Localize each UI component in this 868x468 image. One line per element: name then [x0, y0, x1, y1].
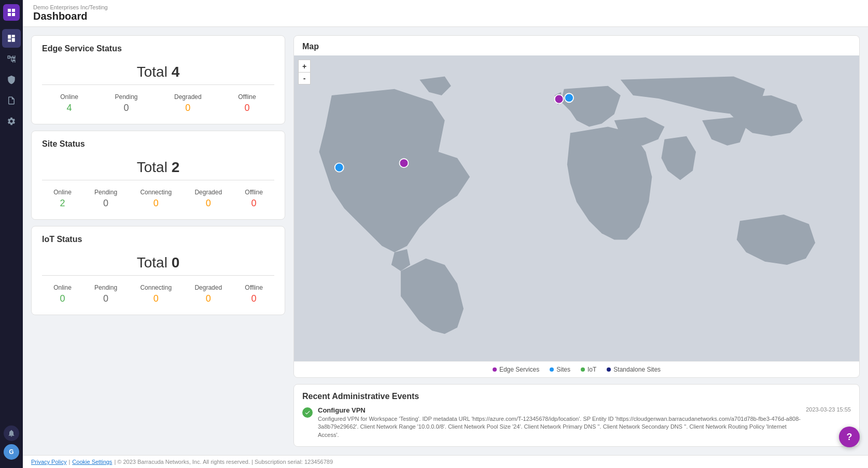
map-card: Map + - [293, 35, 860, 378]
site-status-title: Site Status [42, 139, 274, 149]
events-card: Recent Administrative Events Configure V… [293, 384, 860, 447]
site-connecting: Connecting 0 [140, 189, 172, 209]
map-title: Map [294, 36, 859, 55]
event-success-icon [302, 407, 313, 418]
edge-service-status-row: Online 4 Pending 0 Degraded 0 Offline 0 [42, 93, 274, 114]
edge-service-total: Total 4 [42, 58, 274, 85]
legend-label-edge: Edge Services [499, 366, 539, 373]
app-logo[interactable] [3, 4, 20, 21]
header: Demo Enterprises Inc/Testing Dashboard [23, 0, 868, 27]
map-container: + - [294, 55, 859, 361]
legend-sites: Sites [550, 366, 570, 373]
event-content: Configure VPN Configured VPN for Workspa… [318, 406, 801, 439]
world-map-svg [294, 55, 859, 361]
site-offline: Offline 0 [245, 189, 262, 209]
main-content: Demo Enterprises Inc/Testing Dashboard E… [23, 0, 868, 468]
svg-point-1 [399, 159, 408, 167]
sidebar-item-settings[interactable] [2, 112, 21, 131]
event-item: Configure VPN Configured VPN for Workspa… [302, 406, 851, 439]
content-area: Edge Service Status Total 4 Online 4 Pen… [23, 27, 868, 455]
legend-dot-standalone [607, 367, 611, 372]
legend-label-sites: Sites [556, 366, 570, 373]
map-zoom-in[interactable]: + [298, 60, 311, 72]
edge-offline: Offline 0 [238, 93, 256, 114]
footer: Privacy Policy | Cookie Settings | © 202… [23, 455, 868, 468]
event-description: Configured VPN for Workspace 'Testing'. … [318, 415, 801, 439]
help-button[interactable]: ? [839, 427, 860, 447]
edge-service-title: Edge Service Status [42, 44, 274, 53]
sidebar: G [0, 0, 23, 468]
legend-dot-edge [493, 367, 497, 372]
site-total-label: Total 2 [137, 159, 180, 175]
iot-total-label: Total 0 [137, 254, 180, 271]
iot-connecting: Connecting 0 [140, 284, 172, 304]
site-degraded: Degraded 0 [194, 189, 222, 209]
site-status-total: Total 2 [42, 153, 274, 180]
iot-status-title: IoT Status [42, 235, 274, 244]
sidebar-nav [2, 29, 21, 426]
iot-status-total: Total 0 [42, 248, 274, 276]
map-zoom-out[interactable]: - [298, 72, 311, 84]
site-online: Online 2 [53, 189, 72, 209]
privacy-policy-link[interactable]: Privacy Policy [31, 459, 66, 465]
sidebar-bottom: G [4, 426, 19, 464]
footer-copyright: | © 2023 Barracuda Networks, Inc. All ri… [114, 459, 333, 465]
cookie-settings-link[interactable]: Cookie Settings [72, 459, 112, 465]
map-controls: + - [298, 60, 311, 84]
legend-iot: IoT [581, 366, 596, 373]
edge-service-total-label: Total 4 [137, 64, 180, 80]
right-panel: Map + - [293, 35, 860, 447]
svg-point-0 [335, 163, 344, 172]
legend-dot-iot [581, 367, 585, 372]
notifications-icon[interactable] [4, 426, 19, 441]
site-status-card: Site Status Total 2 Online 2 Pending 0 [31, 131, 285, 220]
org-label: Demo Enterprises Inc/Testing [33, 4, 858, 10]
sidebar-item-documents[interactable] [2, 91, 21, 110]
legend-dot-sites [550, 367, 554, 372]
edge-pending: Pending 0 [115, 93, 137, 114]
event-timestamp: 2023-03-23 15:55 [806, 406, 851, 413]
iot-status-row: Online 0 Pending 0 Connecting 0 Degraded… [42, 284, 274, 304]
map-legend: Edge Services Sites IoT Standalone Sites [294, 361, 859, 377]
svg-point-3 [565, 93, 573, 102]
edge-online: Online 4 [60, 93, 78, 114]
iot-status-card: IoT Status Total 0 Online 0 Pending 0 [31, 226, 285, 315]
legend-label-iot: IoT [587, 366, 596, 373]
user-avatar[interactable]: G [4, 444, 19, 460]
edge-service-status-card: Edge Service Status Total 4 Online 4 Pen… [31, 35, 285, 124]
svg-point-2 [555, 95, 564, 104]
legend-standalone-sites: Standalone Sites [607, 366, 661, 373]
iot-offline: Offline 0 [245, 284, 262, 304]
legend-edge-services: Edge Services [493, 366, 539, 373]
sidebar-item-dashboard[interactable] [2, 29, 21, 48]
page-title: Dashboard [33, 10, 858, 22]
legend-label-standalone: Standalone Sites [613, 366, 661, 373]
iot-degraded: Degraded 0 [194, 284, 222, 304]
site-pending: Pending 0 [94, 189, 117, 209]
edge-degraded: Degraded 0 [174, 93, 202, 114]
event-title: Configure VPN [318, 406, 801, 414]
iot-pending: Pending 0 [94, 284, 117, 304]
site-status-row: Online 2 Pending 0 Connecting 0 Degraded… [42, 189, 274, 209]
sidebar-item-security[interactable] [2, 70, 21, 89]
iot-online: Online 0 [53, 284, 72, 304]
left-panel: Edge Service Status Total 4 Online 4 Pen… [31, 35, 285, 447]
events-title: Recent Administrative Events [302, 392, 851, 401]
sidebar-item-hierarchy[interactable] [2, 50, 21, 68]
